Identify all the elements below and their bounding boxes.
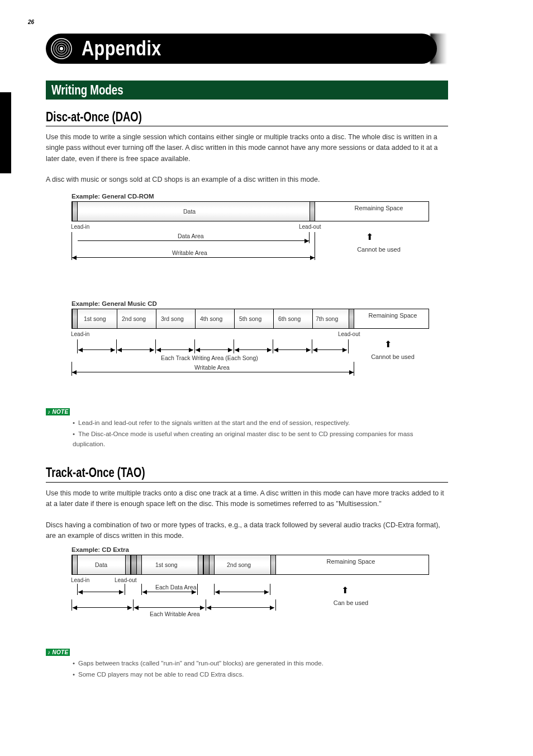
note-badge: NOTE <box>46 649 70 656</box>
dao-diagram-1: Data Lead-in Lead-out Remaining Space ⬆ … <box>72 201 429 268</box>
page-number: 26 <box>28 19 34 25</box>
section-writing-modes: Writing Modes <box>46 81 448 100</box>
tao-d-title: Example: CD Extra <box>72 546 129 553</box>
tao-diagram: Data 1st song 2nd song Lead-in Lead-out … <box>72 555 429 633</box>
svg-point-4 <box>60 47 63 50</box>
up-arrow-icon: ⬆ <box>341 585 349 596</box>
side-tab <box>0 92 11 173</box>
dao-d2-title: Example: General Music CD <box>72 300 157 307</box>
dao-para1: Use this mode to write a single session … <box>46 132 448 164</box>
heading-dao: Disc-at-Once (DAO) <box>46 110 142 125</box>
tao-note-items: •Gaps between tracks (called "run-in" an… <box>73 659 447 681</box>
dao-para2: A disc with music or songs sold at CD sh… <box>46 174 448 185</box>
tao-para2: Discs having a combination of two or mor… <box>46 520 448 542</box>
up-arrow-icon: ⬆ <box>366 231 373 242</box>
up-arrow-icon: ⬆ <box>384 339 392 349</box>
underline <box>46 482 448 483</box>
tao-para1: Use this mode to write multiple tracks o… <box>46 488 448 510</box>
note-badge: NOTE <box>46 408 70 415</box>
dao-d1-title: Example: General CD-ROM <box>72 193 154 200</box>
page-header: Appendix <box>46 34 437 64</box>
tao-note: NOTE <box>46 649 448 656</box>
dao-diagram-2: 1st song 2nd song 3rd song 4th song 5th … <box>72 309 429 387</box>
header-title: Appendix <box>82 37 161 60</box>
underline <box>46 126 448 126</box>
dao-note: NOTE <box>46 408 448 415</box>
disc-icon <box>50 37 73 60</box>
heading-tao: Track-at-Once (TAO) <box>46 465 145 480</box>
dao-note-items: •Lead-in and lead-out refer to the signa… <box>73 418 447 450</box>
